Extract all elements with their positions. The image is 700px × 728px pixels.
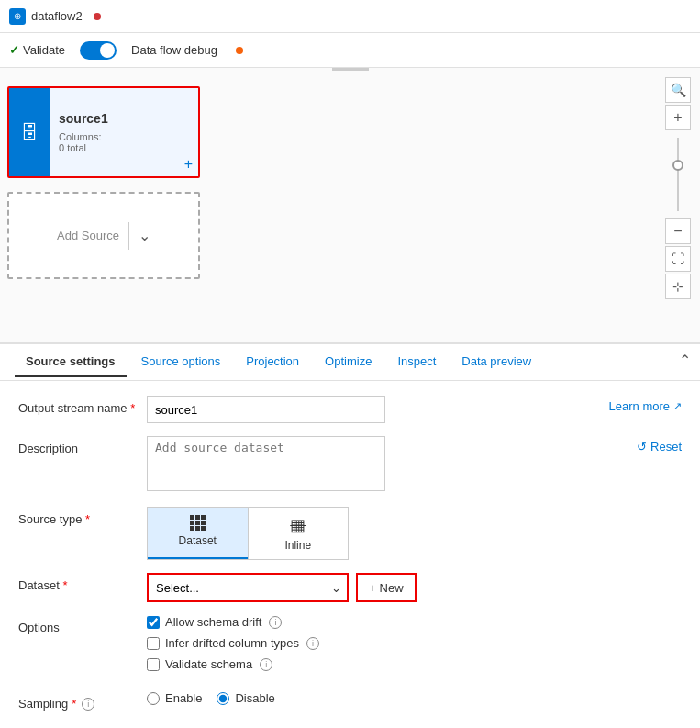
options-row: Options Allow schema drift i Infer drift…: [18, 615, 682, 678]
node-content: source1 Columns: 0 total: [50, 104, 198, 161]
output-stream-name-input[interactable]: [147, 396, 385, 423]
app-title-area: dataflow2: [9, 8, 101, 25]
sampling-disable-radio[interactable]: [217, 692, 229, 705]
add-source-divider: [128, 222, 129, 250]
debug-toggle[interactable]: [80, 41, 117, 60]
sampling-label: Sampling * i: [18, 691, 147, 711]
unsaved-dot: [94, 13, 101, 20]
zoom-in-button[interactable]: +: [665, 105, 691, 130]
node-columns: Columns: 0 total: [59, 131, 189, 153]
dataset-content: Select... ⌄ + New: [147, 573, 682, 602]
infer-drifted-info-icon[interactable]: i: [306, 637, 319, 650]
description-content: [147, 436, 618, 494]
source-type-dataset-button[interactable]: Dataset: [148, 508, 248, 559]
required-marker-4: *: [72, 697, 76, 711]
options-label: Options: [18, 615, 147, 634]
zoom-controls: 🔍 + − ⛶ ⊹: [665, 77, 691, 299]
sampling-enable-label: Enable: [165, 691, 202, 705]
tab-data-preview[interactable]: Data preview: [450, 347, 542, 377]
app-title: dataflow2: [31, 9, 83, 23]
chevron-down-icon[interactable]: ⌄: [139, 227, 150, 244]
new-dataset-button[interactable]: + New: [356, 573, 417, 602]
sampling-content: Enable Disable: [147, 691, 682, 705]
source-node-icon: 🗄: [20, 122, 39, 143]
dataset-select-wrapper: Select... ⌄: [147, 573, 349, 602]
allow-schema-drift-label: Allow schema drift: [165, 615, 261, 629]
node-icon-area: 🗄: [9, 88, 50, 176]
columns-value: 0 total: [59, 142, 86, 153]
validate-schema-checkbox[interactable]: [147, 658, 160, 671]
output-stream-label: Output stream name *: [18, 396, 147, 415]
validate-button[interactable]: ✓ Validate: [9, 43, 65, 57]
cursor-tool-button[interactable]: ⊹: [665, 274, 691, 299]
plus-icon: +: [369, 581, 376, 595]
sampling-disable-label: Disable: [235, 691, 274, 705]
sampling-row: Sampling * i Enable Disable: [18, 691, 682, 711]
required-marker-3: *: [62, 578, 67, 592]
tabs-row: Source settings Source options Projectio…: [0, 344, 700, 381]
right-actions-reset: ↺ Reset: [628, 436, 682, 454]
reset-icon: ↺: [637, 440, 647, 454]
zoom-slider-track: [677, 138, 679, 211]
tab-source-options[interactable]: Source options: [130, 347, 232, 377]
node-title: source1: [59, 111, 189, 126]
description-input[interactable]: [147, 436, 385, 491]
description-label: Description: [18, 436, 147, 455]
add-source-label: Add Source: [57, 229, 119, 242]
check-icon: ✓: [9, 43, 19, 57]
search-zoom-button[interactable]: 🔍: [665, 77, 691, 103]
tab-inspect[interactable]: Inspect: [386, 347, 447, 377]
allow-schema-drift-row: Allow schema drift i: [147, 615, 682, 629]
zoom-slider[interactable]: [677, 134, 679, 215]
source-node[interactable]: 🗄 source1 Columns: 0 total +: [7, 86, 200, 178]
zoom-slider-thumb: [672, 160, 683, 171]
reset-button[interactable]: ↺ Reset: [637, 440, 682, 454]
external-link-icon: ↗: [673, 400, 682, 412]
validate-label: Validate: [23, 43, 65, 57]
canvas-area: 🗄 source1 Columns: 0 total + Add Source …: [0, 68, 700, 343]
source-type-label: Source type *: [18, 507, 147, 526]
zoom-out-button[interactable]: −: [665, 218, 691, 244]
right-actions-learn: Learn more ↗: [600, 396, 682, 413]
dataset-row: Dataset * Select... ⌄ + New: [18, 573, 682, 602]
infer-drifted-checkbox[interactable]: [147, 637, 160, 650]
source-type-content: Dataset ▦ Inline: [147, 507, 682, 560]
tab-optimize[interactable]: Optimize: [314, 347, 383, 377]
columns-label: Columns:: [59, 131, 101, 142]
toggle-track: [80, 41, 117, 60]
allow-schema-drift-info-icon[interactable]: i: [269, 616, 282, 629]
node-plus-button[interactable]: +: [184, 156, 193, 173]
source-type-inline-button[interactable]: ▦ Inline: [249, 508, 349, 559]
tab-projection[interactable]: Projection: [235, 347, 310, 377]
output-stream-content: [147, 396, 591, 423]
options-content: Allow schema drift i Infer drifted colum…: [147, 615, 682, 678]
sampling-disable-option: Disable: [217, 691, 274, 705]
add-source-box[interactable]: Add Source ⌄: [7, 192, 200, 279]
required-marker: *: [130, 401, 135, 415]
sampling-radio-group: Enable Disable: [147, 691, 682, 705]
fit-screen-button[interactable]: ⛶: [665, 246, 691, 272]
toolbar: ✓ Validate Data flow debug: [0, 33, 700, 68]
top-bar: dataflow2: [0, 0, 700, 33]
dataset-label: Dataset *: [18, 573, 147, 592]
validate-schema-info-icon[interactable]: i: [260, 658, 272, 671]
panel-divider: [332, 68, 369, 71]
source-type-row: Source type * Dataset ▦: [18, 507, 682, 560]
sampling-enable-radio[interactable]: [147, 692, 160, 705]
settings-panel: Output stream name * Learn more ↗ Descri…: [0, 381, 700, 728]
required-marker-2: *: [85, 512, 90, 526]
allow-schema-drift-checkbox[interactable]: [147, 616, 160, 629]
description-row: Description ↺ Reset: [18, 436, 682, 494]
learn-more-link[interactable]: Learn more ↗: [609, 399, 682, 413]
collapse-panel-button[interactable]: ⌃: [679, 352, 691, 369]
validate-schema-label: Validate schema: [165, 657, 252, 671]
source-type-group: Dataset ▦ Inline: [147, 507, 349, 560]
bottom-panel: Source settings Source options Projectio…: [0, 343, 700, 728]
validate-schema-row: Validate schema i: [147, 657, 682, 671]
tab-source-settings[interactable]: Source settings: [15, 347, 127, 377]
dataset-select-row: Select... ⌄ + New: [147, 573, 682, 602]
dataset-select[interactable]: Select...: [147, 573, 349, 602]
sampling-info-icon[interactable]: i: [82, 698, 94, 711]
inline-icon: ▦: [290, 515, 306, 535]
infer-drifted-row: Infer drifted column types i: [147, 636, 682, 650]
